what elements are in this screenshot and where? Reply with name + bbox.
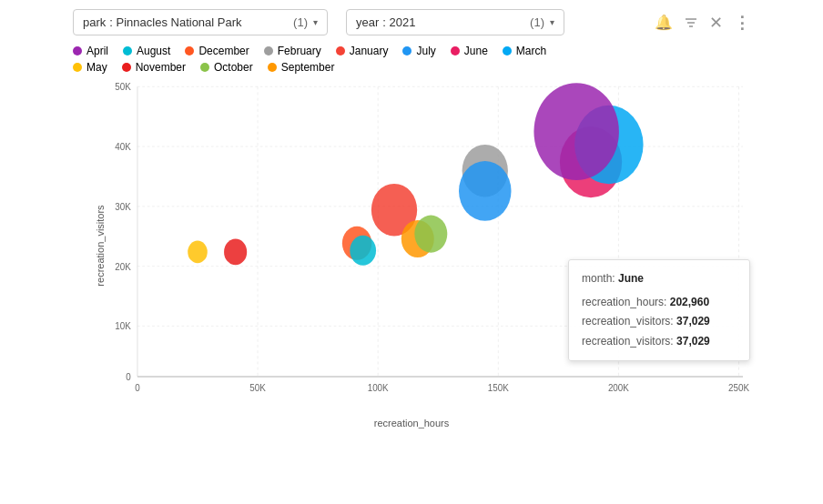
svg-text:250K: 250K [728, 382, 749, 394]
legend-item-january: January [336, 45, 389, 57]
legend-label: September [281, 61, 335, 74]
more-icon[interactable]: ⋮ [734, 13, 750, 33]
park-filter-key: park [83, 15, 106, 29]
legend-label: February [278, 45, 321, 57]
legend-label: October [214, 61, 253, 74]
pin-icon[interactable]: ✕ [709, 13, 723, 33]
legend-label: May [86, 61, 107, 74]
year-filter-key: year [356, 15, 379, 29]
legend-item-november: November [122, 61, 186, 74]
bubble-november[interactable] [224, 238, 247, 265]
chart-area: recreation_visitors 0 10K 20K 30K 40K [105, 77, 759, 414]
svg-text:30K: 30K [115, 200, 131, 212]
legend-dot [264, 46, 273, 55]
bubble-april[interactable] [533, 83, 618, 180]
x-axis-label: recreation_hours [0, 418, 823, 428]
filter-icon[interactable] [684, 15, 698, 30]
bubble-august[interactable] [350, 236, 376, 266]
legend-dot [123, 46, 132, 55]
svg-text:100K: 100K [368, 382, 389, 394]
legend-dot [200, 63, 209, 72]
legend-item-september: September [268, 61, 335, 74]
legend-dot [73, 63, 82, 72]
bubble-may[interactable] [188, 241, 208, 264]
chevron-down-icon: ▾ [550, 17, 554, 27]
svg-text:200K: 200K [608, 382, 629, 394]
legend-label: June [464, 45, 488, 57]
top-bar: park: Pinnacles National Park (1) ▾ year… [0, 0, 823, 45]
legend-label: December [198, 45, 249, 57]
year-filter-count: (1) [530, 15, 544, 29]
toolbar-icons: 🔔 ✕ ⋮ [655, 13, 750, 33]
svg-text:150K: 150K [488, 382, 509, 394]
year-filter[interactable]: year: 2021 (1) ▾ [346, 9, 564, 35]
svg-text:10K: 10K [115, 320, 131, 332]
legend-label: July [416, 45, 435, 57]
legend-item-march: March [503, 45, 546, 57]
park-filter-value: Pinnacles National Park [117, 15, 242, 29]
chevron-down-icon: ▾ [313, 17, 318, 27]
park-filter[interactable]: park: Pinnacles National Park (1) ▾ [73, 9, 328, 35]
legend-dot [122, 63, 131, 72]
legend-dot [451, 46, 460, 55]
legend-label: November [136, 61, 186, 74]
legend-item-august: August [123, 45, 170, 57]
bell-icon[interactable]: 🔔 [655, 14, 673, 31]
svg-text:50K: 50K [115, 81, 131, 93]
legend-item-april: April [73, 45, 108, 57]
park-filter-count: (1) [293, 15, 308, 29]
legend: April August December February January J… [0, 45, 823, 74]
bubble-october[interactable] [414, 216, 447, 253]
legend-item-july: July [402, 45, 435, 57]
svg-text:0: 0 [126, 370, 131, 382]
legend-label: April [86, 45, 108, 57]
legend-item-december: December [185, 45, 249, 57]
svg-text:40K: 40K [115, 141, 131, 153]
legend-item-may: May [73, 61, 107, 74]
legend-item-june: June [451, 45, 488, 57]
svg-text:50K: 50K [249, 382, 266, 394]
year-filter-value: 2021 [390, 15, 416, 29]
legend-label: August [137, 45, 170, 57]
svg-text:0: 0 [135, 382, 140, 394]
legend-item-february: February [264, 45, 321, 57]
legend-dot [185, 46, 194, 55]
legend-dot [402, 46, 412, 55]
legend-dot [503, 46, 512, 55]
legend-dot [336, 46, 345, 55]
legend-item-october: October [200, 61, 253, 74]
y-axis-label: recreation_visitors [95, 205, 106, 286]
legend-label: January [350, 45, 389, 57]
bubble-july[interactable] [459, 161, 512, 221]
svg-text:20K: 20K [115, 260, 131, 272]
legend-dot [73, 46, 82, 55]
legend-dot [268, 63, 277, 72]
legend-label: March [516, 45, 546, 57]
